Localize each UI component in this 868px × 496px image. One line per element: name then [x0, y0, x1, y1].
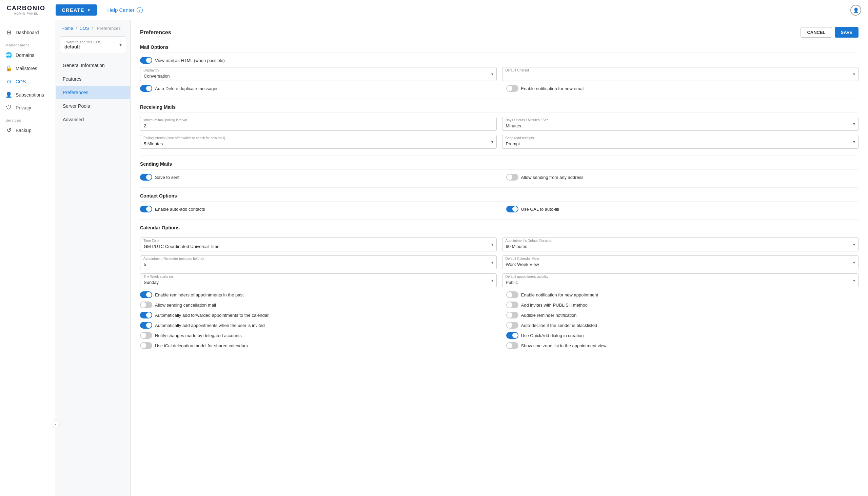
default-visibility-label: Default appointment visibility — [506, 275, 549, 279]
min-polling-input[interactable] — [140, 117, 497, 131]
sidebar-item-subscriptions[interactable]: 👤 Subscriptions — [0, 88, 56, 101]
sending-mails-section: Sending Mails Save to sent Allow sending… — [140, 161, 858, 181]
sidebar-item-cos[interactable]: ⊙ COS — [0, 75, 56, 88]
auto-delete-toggle[interactable] — [140, 85, 152, 92]
min-polling-label: Minimum mail polling interval — [144, 118, 187, 122]
send-read-receipts-label: Send read receipts — [506, 136, 534, 140]
enable-notification-toggle[interactable] — [506, 85, 519, 92]
sidebar-label-mailstores: Mailstores — [16, 66, 37, 71]
cos-selector-label: I want to see this COS — [64, 40, 101, 44]
contact-options-title: Contact Options — [140, 193, 858, 202]
subnav-features[interactable]: Features — [56, 72, 130, 86]
cal-toggle-row-3: Automatically add forwarded appointments… — [140, 312, 858, 319]
subnav-general[interactable]: General Information — [56, 59, 130, 72]
cancel-mail-toggle-item: Allow sending cancellation mail — [140, 301, 493, 308]
logo-subtitle: ADMIN PANEL — [14, 12, 38, 15]
sending-mails-title: Sending Mails — [140, 161, 858, 170]
backup-icon: ↺ — [5, 127, 12, 134]
layout: ⊞ Dashboard Management 🌐 Domains 🔒 Mails… — [0, 20, 868, 496]
audible-reminder-label: Audible reminder notification — [521, 313, 577, 318]
show-timezone-toggle-item: Show time zone list in the appointment v… — [506, 342, 859, 349]
week-starts-on-select[interactable]: Sunday Monday Saturday — [140, 274, 497, 287]
default-calendar-view-wrapper: Default Calendar View Day View Week View… — [502, 255, 859, 269]
notify-delegated-label: Notify changes made by delegated account… — [155, 333, 242, 338]
auto-invite-toggle-item: Automatically add appointments when the … — [140, 322, 493, 329]
help-center-link[interactable]: Help Center ? — [107, 7, 143, 13]
ical-delegation-toggle[interactable] — [140, 342, 152, 349]
sidebar-item-dashboard[interactable]: ⊞ Dashboard — [0, 26, 56, 39]
cal-toggle-row-4: Automatically add appointments when the … — [140, 322, 858, 329]
divider-4 — [140, 219, 858, 219]
subnav-preferences[interactable]: Preferences — [56, 86, 130, 99]
divider-3 — [140, 187, 858, 188]
week-visibility-row: The Week starts on Sunday Monday Saturda… — [140, 274, 858, 287]
view-html-toggle[interactable] — [140, 57, 152, 64]
subnav-server-pools[interactable]: Server Pools — [56, 99, 130, 113]
timezone-duration-row: Time Zone GMT/UTC Coordinated Universal … — [140, 237, 858, 251]
sidebar-label-subscriptions: Subscriptions — [16, 92, 44, 97]
default-visibility-select[interactable]: Public Private Confidential — [502, 274, 859, 287]
receiving-mails-title: Receiving Mails — [140, 104, 858, 113]
create-button[interactable]: CREATE ▼ — [56, 4, 97, 16]
auto-add-contacts-toggle-item: Enable auto-add contacts — [140, 206, 493, 213]
cal-toggle-row-5: Notify changes made by delegated account… — [140, 332, 858, 339]
timezone-select[interactable]: GMT/UTC Coordinated Universal Time UTC-5… — [140, 237, 497, 251]
notify-new-appt-toggle[interactable] — [506, 291, 519, 298]
panel-header: Preferences CANCEL SAVE — [140, 27, 858, 37]
polling-interval-row: Polling interval (time after which to ch… — [140, 135, 858, 149]
auto-invite-label: Automatically add appointments when the … — [155, 323, 265, 328]
auto-decline-toggle[interactable] — [506, 322, 519, 329]
breadcrumb-home[interactable]: Home — [61, 26, 73, 31]
default-duration-label: Appointment's Default Duration — [506, 239, 552, 243]
cancel-mail-toggle[interactable] — [140, 301, 152, 308]
panel-title: Preferences — [140, 30, 171, 35]
logo: CARBONIO ADMIN PANEL — [7, 5, 45, 15]
show-timezone-toggle[interactable] — [506, 342, 519, 349]
default-charset-wrapper: Default Charset UTF-8 ISO-8859-1 ▾ — [502, 67, 859, 81]
auto-invite-toggle[interactable] — [140, 322, 152, 329]
breadcrumb-cos[interactable]: COS — [80, 26, 89, 31]
days-hours-wrapper: Days / Hours / Minutes / Sec Minutes Hou… — [502, 117, 859, 131]
display-by-select[interactable]: Conversation Message — [140, 67, 497, 81]
default-calendar-view-label: Default Calendar View — [506, 257, 539, 261]
sidebar-item-domains[interactable]: 🌐 Domains — [0, 48, 56, 62]
cos-selector[interactable]: I want to see this COS default ▾ — [60, 36, 126, 53]
display-by-wrapper: Display by Conversation Message ▾ — [140, 67, 497, 81]
sidebar-collapse-button[interactable]: ‹ — [51, 420, 60, 428]
sidebar-item-privacy[interactable]: 🛡 Privacy — [0, 101, 56, 114]
cancel-button[interactable]: CANCEL — [800, 27, 832, 37]
quickadd-toggle[interactable] — [506, 332, 519, 339]
allow-sending-toggle[interactable] — [506, 174, 519, 181]
view-html-row: View mail as HTML (when possible) — [140, 57, 858, 64]
subnav-advanced[interactable]: Advanced — [56, 113, 130, 126]
breadcrumb-preferences: Preferences — [97, 26, 121, 31]
user-avatar[interactable]: 👤 — [850, 5, 861, 16]
default-charset-select[interactable]: UTF-8 ISO-8859-1 — [502, 67, 859, 81]
use-gal-toggle[interactable] — [506, 206, 519, 213]
reminders-past-toggle[interactable] — [140, 291, 152, 298]
calendar-options-title: Calendar Options — [140, 225, 858, 233]
publish-method-toggle-item: Add invites with PUBLISH method — [506, 301, 859, 308]
sidebar-item-mailstores[interactable]: 🔒 Mailstores — [0, 62, 56, 75]
notify-delegated-toggle[interactable] — [140, 332, 152, 339]
days-hours-select[interactable]: Minutes Hours Days Seconds — [502, 117, 859, 131]
audible-reminder-toggle[interactable] — [506, 312, 519, 319]
notify-new-appt-toggle-item: Enable notification for new appointment — [506, 291, 859, 298]
polling-interval-wrapper: Polling interval (time after which to ch… — [140, 135, 497, 149]
send-read-receipts-select[interactable]: Prompt Always Never — [502, 135, 859, 149]
mailstores-icon: 🔒 — [5, 65, 12, 72]
auto-forward-toggle-item: Automatically add forwarded appointments… — [140, 312, 493, 319]
save-button[interactable]: SAVE — [835, 27, 858, 37]
save-to-sent-toggle[interactable] — [140, 174, 152, 181]
default-calendar-view-select[interactable]: Day View Week View Work Week View Month … — [502, 255, 859, 269]
default-visibility-wrapper: Default appointment visibility Public Pr… — [502, 274, 859, 287]
management-label: Management — [0, 39, 56, 48]
publish-method-toggle[interactable] — [506, 301, 519, 308]
auto-decline-toggle-item: Auto-decline if the sender is blackliste… — [506, 322, 859, 329]
sidebar-item-backup[interactable]: ↺ Backup — [0, 124, 56, 137]
default-duration-select[interactable]: 30 Minutes 60 Minutes 90 Minutes 120 Min… — [502, 237, 859, 251]
save-to-sent-toggle-item: Save to sent — [140, 174, 493, 181]
enable-notification-toggle-item: Enable notification for new email — [506, 85, 859, 92]
auto-add-contacts-toggle[interactable] — [140, 206, 152, 213]
auto-forward-toggle[interactable] — [140, 312, 152, 319]
